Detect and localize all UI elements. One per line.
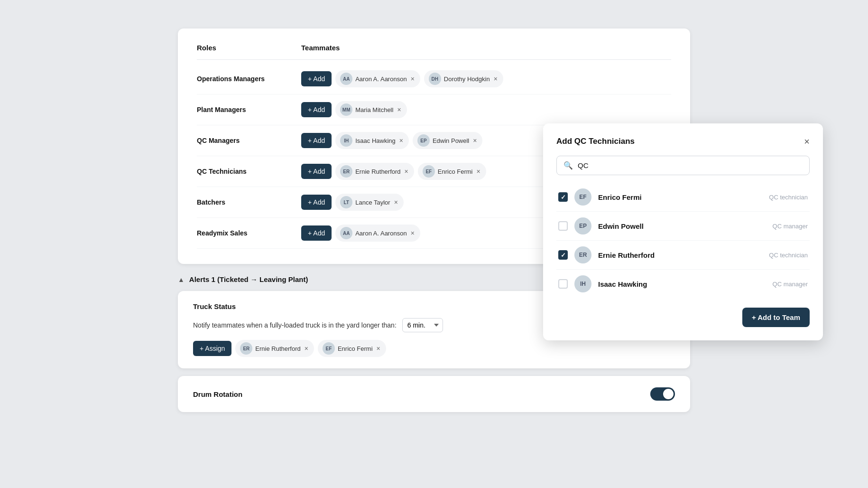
add-role-button[interactable]: + Add: [301, 102, 332, 117]
collapse-chevron-icon: ▲: [178, 276, 185, 283]
role-name: Batchers: [197, 198, 301, 206]
main-container: Roles Teammates Operations Managers+ Add…: [178, 28, 690, 420]
modal-header: Add QC Technicians ×: [556, 137, 810, 146]
modal-title: Add QC Technicians: [556, 137, 635, 146]
roles-col-header: Roles: [197, 44, 301, 52]
role-name: Operations Managers: [197, 75, 301, 83]
person-role: QC manager: [773, 281, 808, 288]
person-name: Enrico Fermi: [598, 193, 762, 201]
person-name: Ernie Rutherford: [598, 251, 762, 259]
drum-rotation-toggle[interactable]: [650, 387, 675, 401]
avatar: ER: [574, 246, 591, 263]
modal-people-list: EFEnrico FermiQC technicianEPEdwin Powel…: [556, 183, 810, 298]
avatar: LT: [340, 196, 352, 208]
person-role: QC technician: [769, 194, 808, 201]
role-teammates: + AddMMMaria Mitchell×: [301, 101, 407, 118]
role-teammates: + AddERErnie Rutherford×EFEnrico Fermi×: [301, 163, 486, 180]
remove-assignee-button[interactable]: ×: [376, 345, 381, 352]
avatar: MM: [340, 103, 352, 116]
min-select[interactable]: 6 min. 10 min. 15 min. 20 min.: [402, 318, 443, 332]
teammate-name: Edwin Powell: [433, 137, 469, 144]
teammate-chip: IHIsaac Hawking×: [335, 132, 409, 149]
search-icon: 🔍: [563, 161, 573, 170]
modal-person-item[interactable]: IHIsaac HawkingQC manager: [556, 270, 810, 298]
teammate-chip: DHDorothy Hodgkin×: [424, 70, 503, 87]
modal-person-item[interactable]: EPEdwin PowellQC manager: [556, 212, 810, 241]
notify-text: Notify teammates when a fully-loaded tru…: [193, 321, 397, 329]
avatar: ER: [340, 165, 352, 178]
teammate-chip: EPEdwin Powell×: [413, 132, 483, 149]
teammate-chip: EFEnrico Fermi×: [418, 163, 486, 180]
person-role: QC technician: [769, 252, 808, 259]
add-to-team-button[interactable]: + Add to Team: [742, 308, 810, 327]
remove-teammate-button[interactable]: ×: [475, 168, 481, 175]
remove-teammate-button[interactable]: ×: [396, 106, 402, 113]
teammate-name: Lance Taylor: [355, 199, 390, 206]
add-role-button[interactable]: + Add: [301, 225, 332, 241]
person-checkbox[interactable]: [558, 221, 568, 231]
add-role-button[interactable]: + Add: [301, 164, 332, 179]
role-name: QC Technicians: [197, 168, 301, 175]
avatar: DH: [429, 73, 441, 85]
person-name: Edwin Powell: [598, 222, 766, 230]
role-name: Plant Managers: [197, 106, 301, 113]
modal-close-button[interactable]: ×: [804, 137, 810, 146]
person-role: QC manager: [773, 223, 808, 230]
remove-teammate-button[interactable]: ×: [398, 137, 404, 144]
add-role-button[interactable]: + Add: [301, 195, 332, 210]
teammate-name: Maria Mitchell: [355, 106, 393, 113]
remove-teammate-button[interactable]: ×: [472, 137, 478, 144]
remove-teammate-button[interactable]: ×: [393, 199, 399, 206]
avatar: IH: [340, 134, 352, 147]
role-name: QC Managers: [197, 137, 301, 144]
remove-teammate-button[interactable]: ×: [404, 168, 409, 175]
role-name: Readymix Sales: [197, 229, 301, 237]
remove-teammate-button[interactable]: ×: [493, 75, 499, 82]
add-role-button[interactable]: + Add: [301, 71, 332, 86]
alerts-title: Alerts 1 (Ticketed → Leaving Plant): [189, 275, 308, 283]
teammate-chip: AAAaron A. Aaronson×: [335, 70, 420, 87]
teammate-chip: LTLance Taylor×: [335, 194, 404, 211]
person-checkbox[interactable]: [558, 279, 568, 289]
role-teammates: + AddAAAaron A. Aaronson×: [301, 225, 420, 242]
assign-button[interactable]: + Assign: [193, 341, 231, 356]
drum-rotation-title: Drum Rotation: [193, 390, 242, 398]
teammate-name: Aaron A. Aaronson: [355, 75, 406, 83]
modal-person-item[interactable]: EFEnrico FermiQC technician: [556, 183, 810, 212]
add-qc-technicians-modal: Add QC Technicians × 🔍 EFEnrico FermiQC …: [543, 123, 823, 340]
teammate-name: Dorothy Hodgkin: [444, 75, 490, 83]
assignee-name: Ernie Rutherford: [255, 345, 300, 352]
assignee-chip: ERErnie Rutherford×: [235, 340, 314, 357]
assign-row: + Assign ERErnie Rutherford×EFEnrico Fer…: [193, 340, 675, 357]
modal-search-input[interactable]: [578, 161, 803, 169]
person-checkbox[interactable]: [558, 192, 568, 202]
role-teammates: + AddIHIsaac Hawking×EPEdwin Powell×: [301, 132, 482, 149]
teammate-chip: ERErnie Rutherford×: [335, 163, 414, 180]
add-role-button[interactable]: + Add: [301, 133, 332, 148]
teammates-col-header: Teammates: [301, 44, 340, 52]
teammate-chip: MMMaria Mitchell×: [335, 101, 406, 118]
remove-teammate-button[interactable]: ×: [410, 230, 416, 236]
role-teammates: + AddLTLance Taylor×: [301, 194, 404, 211]
avatar: EF: [423, 165, 435, 178]
remove-teammate-button[interactable]: ×: [410, 75, 416, 82]
person-checkbox[interactable]: [558, 250, 568, 260]
avatar: EP: [417, 134, 430, 147]
roles-header: Roles Teammates: [197, 44, 671, 60]
avatar: IH: [574, 275, 591, 292]
role-row: Operations Managers+ AddAAAaron A. Aaron…: [197, 64, 671, 94]
teammate-name: Aaron A. Aaronson: [355, 230, 406, 237]
modal-footer: + Add to Team: [556, 308, 810, 327]
teammate-name: Enrico Fermi: [438, 168, 473, 175]
remove-assignee-button[interactable]: ×: [304, 345, 309, 352]
avatar: AA: [340, 73, 352, 85]
person-name: Isaac Hawking: [598, 280, 766, 288]
assignee-chip: EFEnrico Fermi×: [318, 340, 386, 357]
drum-rotation-card: Drum Rotation: [178, 376, 690, 412]
modal-person-item[interactable]: ERErnie RutherfordQC technician: [556, 241, 810, 270]
modal-search-box[interactable]: 🔍: [556, 156, 810, 175]
teammate-chip: AAAaron A. Aaronson×: [335, 225, 420, 242]
avatar: AA: [340, 227, 352, 239]
assignee-name: Enrico Fermi: [338, 345, 373, 352]
role-row: Plant Managers+ AddMMMaria Mitchell×: [197, 94, 671, 125]
